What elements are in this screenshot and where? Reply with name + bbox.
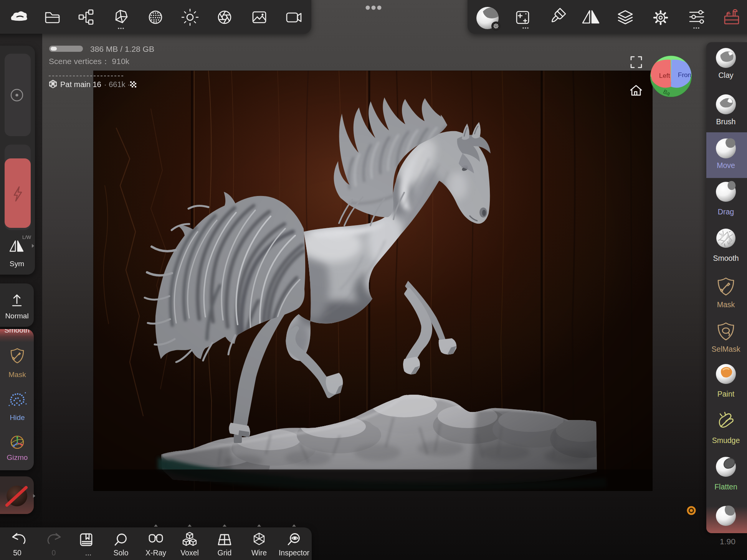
svg-text:Grid: Grid xyxy=(218,548,232,557)
svg-text:50: 50 xyxy=(13,548,21,557)
svg-text:Inspector: Inspector xyxy=(279,548,310,557)
svg-text:Pat main 16: Pat main 16 xyxy=(60,80,101,89)
svg-text:Sym: Sym xyxy=(10,260,24,268)
svg-text:Gizmo: Gizmo xyxy=(7,453,28,461)
svg-text:X-Ray: X-Ray xyxy=(145,548,166,557)
svg-text:Left: Left xyxy=(659,72,670,79)
svg-text:Solo: Solo xyxy=(113,548,128,557)
svg-text:L/W: L/W xyxy=(22,234,31,240)
svg-text:Fron: Fron xyxy=(678,71,691,79)
svg-text:Mask: Mask xyxy=(717,300,735,309)
svg-text:Drag: Drag xyxy=(718,208,734,216)
svg-text:Voxel: Voxel xyxy=(180,548,199,557)
svg-text:Move: Move xyxy=(717,161,735,170)
svg-text:Normal: Normal xyxy=(5,312,28,320)
svg-text:0: 0 xyxy=(52,548,56,557)
svg-text:· 661k ·: · 661k · xyxy=(104,80,130,89)
svg-text:Paint: Paint xyxy=(717,390,735,398)
svg-text:Mask: Mask xyxy=(8,371,26,379)
svg-text:Smudge: Smudge xyxy=(712,436,740,445)
svg-text:Flatten: Flatten xyxy=(714,483,737,491)
svg-text:Hide: Hide xyxy=(10,413,25,422)
svg-text:Wire: Wire xyxy=(251,548,267,557)
svg-text:...: ... xyxy=(85,548,91,557)
svg-text:SelMask: SelMask xyxy=(712,345,740,353)
svg-text:Smooth: Smooth xyxy=(713,254,739,262)
svg-text:Brush: Brush xyxy=(716,117,736,126)
